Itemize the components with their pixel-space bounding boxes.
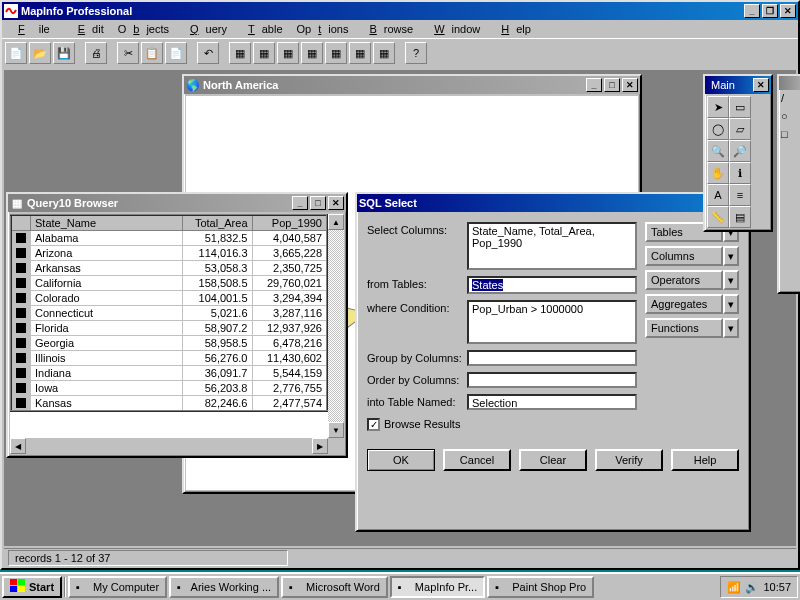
tool-g-button[interactable]: ▦ <box>373 42 395 64</box>
task-button[interactable]: ▪Aries Working ... <box>169 576 279 598</box>
scroll-right-button[interactable]: ▶ <box>312 438 328 454</box>
input-group-by[interactable] <box>467 350 637 366</box>
scroll-left-button[interactable]: ◀ <box>10 438 26 454</box>
task-button[interactable]: ▪Microsoft Word <box>281 576 388 598</box>
task-button[interactable]: ▪My Computer <box>68 576 167 598</box>
secondary-palette-titlebar[interactable] <box>779 76 800 90</box>
browser-minimize-button[interactable]: _ <box>292 196 308 210</box>
data-table[interactable]: State_Name Total_Area Pop_1990 Alabama51… <box>10 214 328 412</box>
paste-button[interactable]: 📄 <box>165 42 187 64</box>
tool-d-button[interactable]: ▦ <box>301 42 323 64</box>
input-into-table[interactable]: Selection <box>467 394 637 410</box>
table-row[interactable]: Arkansas53,058.32,350,725 <box>11 261 327 276</box>
input-order-by[interactable] <box>467 372 637 388</box>
tray-icon-1[interactable]: 📶 <box>727 581 741 594</box>
print-button[interactable]: 🖨 <box>85 42 107 64</box>
input-where[interactable]: Pop_Urban > 1000000 <box>467 300 637 344</box>
col-state-name[interactable]: State_Name <box>31 215 183 231</box>
tool-select-radius[interactable]: ◯ <box>707 118 729 140</box>
vertical-scrollbar[interactable]: ▲ ▼ <box>328 214 344 438</box>
tool-c-button[interactable]: ▦ <box>277 42 299 64</box>
tool-pointer[interactable]: ➤ <box>707 96 729 118</box>
open-button[interactable]: 📂 <box>29 42 51 64</box>
tool-zoom-in[interactable]: 🔍 <box>707 140 729 162</box>
menu-objects[interactable]: Objects <box>111 22 176 36</box>
browser-maximize-button[interactable]: □ <box>310 196 326 210</box>
table-row[interactable]: Illinois56,276.011,430,602 <box>11 351 327 366</box>
tool-legend[interactable]: ▤ <box>729 206 751 228</box>
side-operators-button[interactable]: Operators <box>645 270 723 290</box>
help-button[interactable]: ? <box>405 42 427 64</box>
start-button[interactable]: Start <box>2 576 62 598</box>
tool-b-button[interactable]: ▦ <box>253 42 275 64</box>
cancel-button[interactable]: Cancel <box>443 449 511 471</box>
input-from-tables[interactable]: States <box>467 276 637 294</box>
palette-titlebar[interactable]: Main ✕ <box>705 76 771 94</box>
tool-ruler[interactable]: 📏 <box>707 206 729 228</box>
table-row[interactable]: Connecticut5,021.63,287,116 <box>11 306 327 321</box>
map-close-button[interactable]: ✕ <box>622 78 638 92</box>
verify-button[interactable]: Verify <box>595 449 663 471</box>
tool-info[interactable]: ℹ <box>729 162 751 184</box>
side-columns-dropdown[interactable]: ▾ <box>723 246 739 266</box>
task-button[interactable]: ▪MapInfo Pr... <box>390 576 485 598</box>
menu-options[interactable]: Options <box>290 22 356 36</box>
side-aggregates-dropdown[interactable]: ▾ <box>723 294 739 314</box>
task-button[interactable]: ▪Paint Shop Pro <box>487 576 594 598</box>
col-total-area[interactable]: Total_Area <box>182 215 252 231</box>
scroll-up-button[interactable]: ▲ <box>328 214 344 230</box>
tool-select-polygon[interactable]: ▱ <box>729 118 751 140</box>
sql-titlebar[interactable]: SQL Select ✕ <box>357 194 749 212</box>
browser-close-button[interactable]: ✕ <box>328 196 344 210</box>
scroll-down-button[interactable]: ▼ <box>328 422 344 438</box>
tool2-c[interactable]: □ <box>781 128 799 146</box>
tool2-b[interactable]: ○ <box>781 110 799 128</box>
clear-button[interactable]: Clear <box>519 449 587 471</box>
save-button[interactable]: 💾 <box>53 42 75 64</box>
menu-table[interactable]: Table <box>234 22 290 36</box>
browser-titlebar[interactable]: ▦ Query10 Browser _ □ ✕ <box>8 194 346 212</box>
palette-close-button[interactable]: ✕ <box>753 78 769 92</box>
horizontal-scrollbar[interactable]: ◀ ▶ <box>10 438 328 454</box>
tool-select-rect[interactable]: ▭ <box>729 96 751 118</box>
menu-edit[interactable]: Edit <box>64 22 111 36</box>
table-row[interactable]: Indiana36,091.75,544,159 <box>11 366 327 381</box>
tool-e-button[interactable]: ▦ <box>325 42 347 64</box>
map-titlebar[interactable]: 🌎 North America _ □ ✕ <box>184 76 640 94</box>
table-row[interactable]: Colorado104,001.53,294,394 <box>11 291 327 306</box>
tool-label[interactable]: A <box>707 184 729 206</box>
table-row[interactable]: Alabama51,832.54,040,587 <box>11 231 327 246</box>
table-row[interactable]: Florida58,907.212,937,926 <box>11 321 327 336</box>
tool2-a[interactable]: / <box>781 92 799 110</box>
cut-button[interactable]: ✂ <box>117 42 139 64</box>
tool-zoom-out[interactable]: 🔎 <box>729 140 751 162</box>
tool-layer[interactable]: ≡ <box>729 184 751 206</box>
input-select-columns[interactable]: State_Name, Total_Area, Pop_1990 <box>467 222 637 270</box>
side-operators-dropdown[interactable]: ▾ <box>723 270 739 290</box>
col-pop-1990[interactable]: Pop_1990 <box>252 215 327 231</box>
copy-button[interactable]: 📋 <box>141 42 163 64</box>
tool-f-button[interactable]: ▦ <box>349 42 371 64</box>
ok-button[interactable]: OK <box>367 449 435 471</box>
tool-a-button[interactable]: ▦ <box>229 42 251 64</box>
new-button[interactable]: 📄 <box>5 42 27 64</box>
table-row[interactable]: Kansas82,246.62,477,574 <box>11 396 327 412</box>
table-row[interactable]: Arizona114,016.33,665,228 <box>11 246 327 261</box>
table-row[interactable]: Georgia58,958.56,478,216 <box>11 336 327 351</box>
side-functions-dropdown[interactable]: ▾ <box>723 318 739 338</box>
maximize-button[interactable]: ❐ <box>762 4 778 18</box>
checkbox-browse-results[interactable]: ✓ <box>367 418 380 431</box>
close-button[interactable]: ✕ <box>780 4 796 18</box>
menu-query[interactable]: Query <box>176 22 234 36</box>
side-functions-button[interactable]: Functions <box>645 318 723 338</box>
help-button[interactable]: Help <box>671 449 739 471</box>
undo-button[interactable]: ↶ <box>197 42 219 64</box>
table-row[interactable]: California158,508.529,760,021 <box>11 276 327 291</box>
table-row[interactable]: Iowa56,203.82,776,755 <box>11 381 327 396</box>
clock[interactable]: 10:57 <box>763 581 791 593</box>
map-minimize-button[interactable]: _ <box>586 78 602 92</box>
menu-file[interactable]: File <box>4 22 64 36</box>
menu-help[interactable]: Help <box>487 22 538 36</box>
minimize-button[interactable]: _ <box>744 4 760 18</box>
map-maximize-button[interactable]: □ <box>604 78 620 92</box>
